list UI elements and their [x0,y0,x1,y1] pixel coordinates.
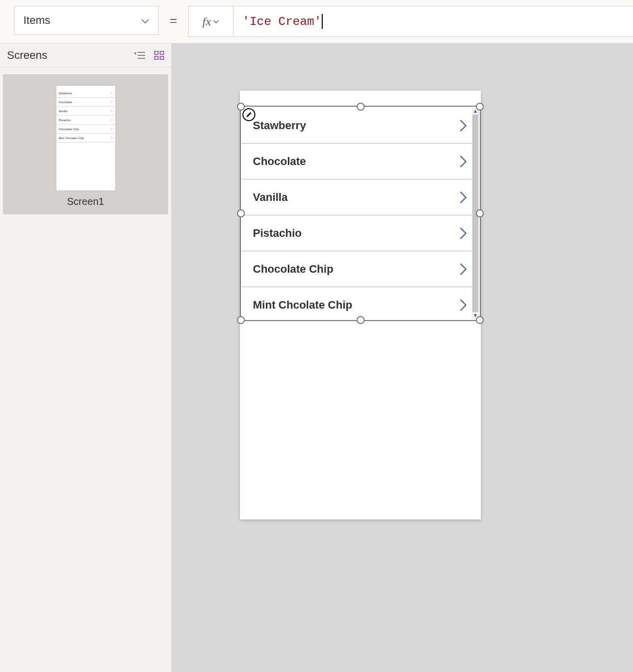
resize-handle-tm[interactable] [357,103,365,111]
gallery-selection[interactable]: Stawberry Chocolate Vanilla Pistachio Ch… [240,106,481,321]
chevron-right-icon: › [111,118,113,122]
svg-rect-5 [155,56,158,59]
screen-thumbnail-card[interactable]: Stawberry› Chocolate› Vanilla› Pistachio… [3,74,168,214]
chevron-right-icon: › [111,127,113,131]
property-dropdown-label: Items [23,14,50,27]
formula-input-wrapper: fx 'Ice Cream' [188,6,633,37]
screen-thumbnail: Stawberry› Chocolate› Vanilla› Pistachio… [56,85,116,191]
gallery-item[interactable]: Pistachio [242,215,479,251]
gallery-item[interactable]: Chocolate [242,144,479,179]
tree-view-title: Screens [7,49,47,62]
thumb-row: Vanilla› [56,107,115,116]
gallery-body: Stawberry Chocolate Vanilla Pistachio Ch… [242,108,479,319]
equals-sign: = [170,13,177,28]
chevron-right-icon[interactable] [459,262,468,276]
resize-handle-tl[interactable] [237,103,245,111]
chevron-right-icon: › [111,100,113,104]
gallery-item[interactable]: Mint Chcolate Chip [242,287,479,319]
formula-input[interactable]: 'Ice Cream' [233,6,633,36]
formula-bar: Items = fx 'Ice Cream' [0,0,633,43]
resize-handle-ml[interactable] [237,209,245,217]
chevron-right-icon[interactable] [459,119,468,133]
fx-button[interactable]: fx [189,6,233,36]
gallery-item-label: Mint Chcolate Chip [253,299,352,312]
gallery-item-label: Pistachio [253,227,302,240]
gallery-item-label: Vanilla [253,191,288,204]
text-cursor [322,14,323,29]
resize-handle-br[interactable] [476,316,484,324]
thumb-row: Chocolate Chip› [56,125,115,134]
gallery-item[interactable]: Vanilla [242,179,479,215]
resize-handle-bl[interactable] [237,316,245,324]
fx-icon: fx [203,15,211,28]
gallery-item-label: Chocolate Chip [253,263,333,276]
resize-handle-bm[interactable] [357,316,365,324]
chevron-down-icon [141,14,149,27]
gallery-item[interactable]: Chocolate Chip [242,251,479,287]
thumb-row-label: Stawberry [59,92,72,95]
thumb-row-label: Chocolate Chip [59,128,79,131]
thumb-row-label: Pistachio [59,119,71,122]
chevron-right-icon: › [111,91,113,95]
chevron-down-icon [213,17,219,26]
svg-rect-6 [160,56,164,59]
gallery-item[interactable]: Stawberry [242,108,479,144]
property-dropdown[interactable]: Items [14,6,159,35]
thumb-row-label: Vanilla [59,110,68,113]
pencil-icon [245,111,252,118]
resize-handle-mr[interactable] [476,209,484,217]
tree-view-header: Screens [0,43,171,67]
chevron-right-icon: › [111,136,113,140]
thumb-row-label: Mint Chcolate Chip [59,137,84,140]
edit-pencil-button[interactable] [242,108,255,121]
thumb-row: Mint Chcolate Chip› [56,134,115,143]
chevron-right-icon[interactable] [459,226,468,240]
svg-rect-4 [160,51,164,54]
tree-view-panel: Screens Stawberry› Chocolate› Vanilla› P… [0,43,172,672]
gallery-item-label: Stawberry [253,119,306,132]
thumb-row: Pistachio› [56,116,115,125]
gallery-item-label: Chocolate [253,155,306,168]
resize-handle-tr[interactable] [476,103,484,111]
canvas-area[interactable]: Stawberry Chocolate Vanilla Pistachio Ch… [172,43,633,672]
chevron-right-icon[interactable] [459,155,468,168]
svg-rect-3 [155,51,158,54]
grid-view-icon[interactable] [154,51,164,60]
chevron-right-icon: › [111,109,113,113]
thumb-row: Chocolate› [56,98,115,107]
chevron-right-icon[interactable] [459,190,468,204]
screen-thumbnail-label: Screen1 [67,196,104,207]
collapse-list-icon[interactable] [134,51,145,60]
formula-text: 'Ice Cream' [242,15,321,28]
chevron-right-icon[interactable] [459,298,468,312]
thumb-row: Stawberry› [56,89,115,98]
thumb-row-label: Chocolate [59,101,72,104]
